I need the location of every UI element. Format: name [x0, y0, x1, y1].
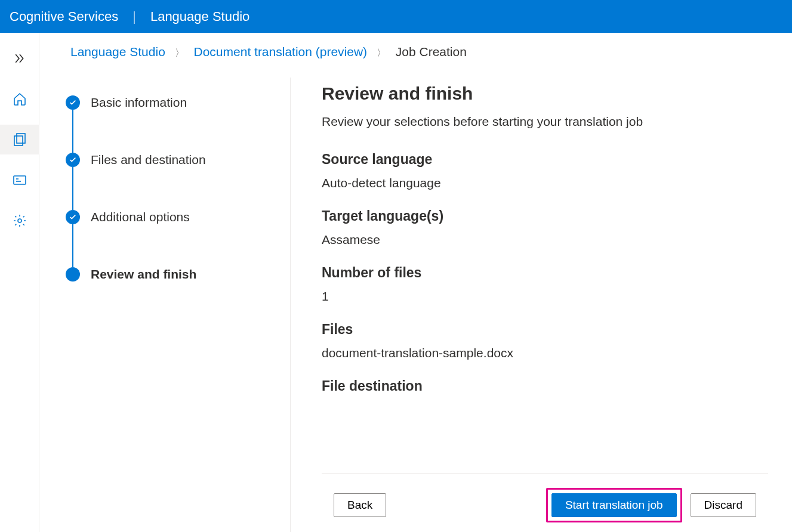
main-panel: Review and finish Review your selections… — [290, 78, 792, 532]
svg-rect-2 — [14, 176, 26, 184]
num-files-value: 1 — [322, 289, 768, 304]
expand-nav-button[interactable] — [3, 44, 36, 73]
step-label: Additional options — [91, 210, 190, 224]
step-connector — [72, 110, 73, 153]
chevron-right-icon: 〉 — [377, 48, 386, 58]
page-subtitle: Review your selections before starting y… — [322, 115, 768, 129]
source-language-value: Auto-detect language — [322, 176, 768, 190]
target-language-value: Assamese — [322, 233, 768, 247]
step-current-icon — [66, 267, 80, 282]
document-translate-icon — [13, 132, 27, 147]
step-complete-icon — [66, 153, 80, 167]
topbar-separator: | — [132, 9, 136, 24]
file-destination-label: File destination — [322, 378, 768, 394]
source-language-label: Source language — [322, 151, 768, 168]
brand-label: Cognitive Services — [10, 9, 118, 24]
svg-rect-1 — [17, 134, 25, 143]
nav-settings[interactable] — [3, 206, 36, 236]
card-list-icon — [13, 173, 27, 187]
step-complete-icon — [66, 95, 80, 110]
product-label: Language Studio — [150, 9, 249, 24]
page-title: Review and finish — [322, 83, 768, 104]
top-bar: Cognitive Services | Language Studio — [0, 0, 792, 33]
target-language-label: Target language(s) — [322, 208, 768, 224]
breadcrumb-current: Job Creation — [396, 45, 467, 58]
svg-point-5 — [18, 219, 21, 222]
gear-icon — [13, 214, 27, 228]
step-files-destination[interactable]: Files and destination — [66, 153, 290, 167]
num-files-label: Number of files — [322, 265, 768, 281]
step-additional-options[interactable]: Additional options — [66, 210, 290, 224]
home-icon — [13, 92, 27, 106]
wizard-footer: Back Start translation job Discard — [322, 473, 768, 532]
step-label: Files and destination — [91, 153, 206, 167]
step-review-finish[interactable]: Review and finish — [66, 267, 290, 282]
discard-button[interactable]: Discard — [691, 493, 756, 517]
files-label: Files — [322, 321, 768, 338]
step-label: Basic information — [91, 95, 187, 110]
step-complete-icon — [66, 210, 80, 224]
step-connector — [72, 224, 73, 267]
nav-home[interactable] — [3, 84, 36, 114]
start-translation-button[interactable]: Start translation job — [551, 493, 677, 517]
step-connector — [72, 167, 73, 210]
chevron-double-right-icon — [14, 53, 25, 64]
breadcrumb-root[interactable]: Language Studio — [70, 45, 165, 58]
step-basic-info[interactable]: Basic information — [66, 95, 290, 110]
highlight-annotation: Start translation job — [546, 488, 682, 522]
nav-translate[interactable] — [0, 125, 39, 154]
nav-jobs[interactable] — [3, 165, 36, 195]
step-label: Review and finish — [91, 267, 196, 282]
breadcrumb-section[interactable]: Document translation (preview) — [194, 45, 368, 58]
wizard-steps: Basic information Files and destination … — [39, 78, 290, 532]
files-value: document-translation-sample.docx — [322, 346, 768, 360]
svg-rect-0 — [14, 136, 23, 146]
back-button[interactable]: Back — [334, 493, 386, 517]
chevron-right-icon: 〉 — [175, 48, 184, 58]
left-nav — [0, 33, 39, 532]
breadcrumb: Language Studio 〉 Document translation (… — [39, 33, 792, 60]
